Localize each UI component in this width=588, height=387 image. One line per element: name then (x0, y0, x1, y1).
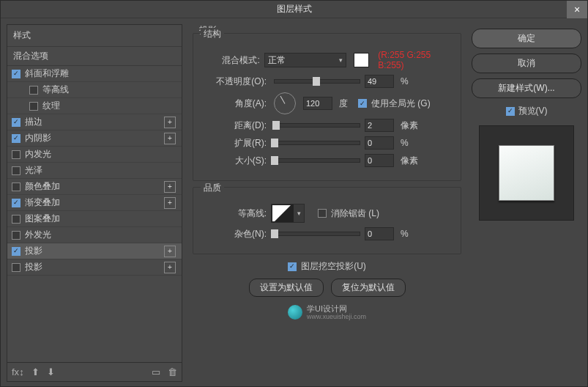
checkbox-icon[interactable] (12, 247, 21, 256)
quality-group: 品质 等高线: ▾ 消除锯齿 (L) 杂色(N): % (193, 187, 461, 254)
noise-unit: % (401, 229, 409, 239)
add-effect-icon[interactable]: + (164, 181, 176, 193)
checkbox-icon[interactable] (12, 118, 21, 127)
global-light-checkbox[interactable] (358, 99, 367, 108)
style-row-sheen[interactable]: 光泽 (7, 163, 182, 179)
style-row-outer-glow[interactable]: 外发光 (7, 227, 182, 243)
blend-mode-select[interactable]: 正常 ▾ (264, 53, 346, 67)
style-row-inner-glow[interactable]: 内发光 (7, 147, 182, 163)
style-row-inner-shadow[interactable]: 内阴影+ (7, 130, 182, 147)
contour-row: 等高线: ▾ 消除锯齿 (L) (204, 204, 450, 223)
spread-slider[interactable] (274, 141, 360, 145)
checkbox-icon[interactable] (12, 231, 21, 240)
size-input[interactable] (365, 154, 394, 167)
watermark-logo-icon (288, 305, 302, 320)
angle-input[interactable] (303, 97, 332, 110)
style-row-gradient-overlay[interactable]: 渐变叠加+ (7, 195, 182, 211)
style-row-drop-shadow[interactable]: 投影+ (7, 243, 182, 259)
checkbox-icon[interactable] (12, 199, 21, 207)
opacity-slider[interactable] (274, 79, 360, 84)
angle-label: 角度(A): (204, 97, 267, 110)
noise-input[interactable] (365, 227, 394, 240)
blend-mode-label: 混合模式: (204, 54, 260, 67)
style-row-color-overlay[interactable]: 颜色叠加+ (7, 179, 182, 195)
checkbox-icon[interactable] (12, 263, 21, 272)
distance-input[interactable] (365, 119, 394, 132)
preview-box (479, 125, 574, 221)
distance-row: 距离(D): 像素 (204, 119, 450, 132)
close-button[interactable]: × (567, 1, 587, 18)
noise-slider[interactable] (274, 232, 360, 236)
style-row-stroke[interactable]: 描边+ (7, 114, 182, 130)
checkbox-icon[interactable] (12, 150, 21, 159)
spread-label: 扩展(R): (204, 137, 267, 150)
window-title: 图层样式 (277, 3, 312, 15)
rgb-annotation: (R:255 G:255 B:255) (378, 50, 450, 70)
styles-panel: 样式 混合选项 斜面和浮雕 等高线 纹理 描边+ 内阴影+ 内发光 光泽 颜色叠… (7, 24, 182, 382)
layer-style-dialog: 图层样式 × 样式 混合选项 斜面和浮雕 等高线 纹理 描边+ 内阴影+ 内发光… (0, 0, 588, 387)
color-swatch[interactable] (354, 53, 370, 67)
checkbox-icon[interactable] (12, 183, 21, 191)
cancel-button[interactable]: 取消 (472, 54, 581, 73)
style-row-bevel[interactable]: 斜面和浮雕 (7, 66, 182, 82)
add-effect-icon[interactable]: + (164, 246, 176, 257)
distance-slider[interactable] (274, 123, 360, 128)
add-effect-icon[interactable]: + (164, 197, 176, 209)
dialog-body: 样式 混合选项 斜面和浮雕 等高线 纹理 描边+ 内阴影+ 内发光 光泽 颜色叠… (1, 18, 587, 387)
contour-swatch-icon (272, 204, 294, 222)
fx-menu-icon[interactable]: fx↕ (12, 366, 24, 377)
structure-label: 结构 (201, 28, 224, 40)
settings-panel: 投影 结构 混合模式: 正常 ▾ (R:255 G:255 B:255) 不透明… (188, 24, 466, 382)
angle-dial[interactable] (274, 92, 296, 114)
noise-row: 杂色(N): % (204, 227, 450, 240)
checkbox-icon[interactable] (29, 86, 38, 95)
contour-picker[interactable]: ▾ (271, 204, 305, 223)
noise-label: 杂色(N): (204, 228, 267, 240)
up-icon[interactable]: ⬆ (31, 366, 40, 377)
styles-header: 样式 (7, 25, 182, 47)
watermark: 学UI设计网 www.xueuisheji.com (190, 304, 464, 320)
size-label: 大小(S): (204, 155, 267, 167)
distance-unit: 像素 (401, 119, 418, 132)
checkbox-icon[interactable] (12, 134, 21, 143)
checkbox-icon[interactable] (12, 215, 21, 224)
checkbox-icon[interactable] (29, 102, 38, 111)
antialias-label: 消除锯齿 (L) (331, 207, 379, 220)
add-icon[interactable]: ▭ (152, 366, 160, 377)
ok-button[interactable]: 确定 (472, 29, 581, 48)
chevron-down-icon[interactable]: ▾ (294, 204, 304, 222)
preview-label: 预览(V) (518, 105, 548, 117)
quality-label: 品质 (201, 182, 224, 194)
antialias-checkbox[interactable] (318, 209, 327, 218)
style-row-texture[interactable]: 纹理 (7, 98, 182, 114)
trash-icon[interactable]: 🗑 (168, 366, 177, 377)
opacity-input[interactable] (365, 75, 394, 88)
add-effect-icon[interactable]: + (164, 117, 176, 128)
new-style-button[interactable]: 新建样式(W)... (472, 78, 581, 98)
add-effect-icon[interactable]: + (164, 262, 176, 273)
close-icon: × (574, 4, 580, 15)
size-slider[interactable] (274, 158, 360, 163)
add-effect-icon[interactable]: + (164, 133, 176, 144)
blend-options-row[interactable]: 混合选项 (7, 47, 182, 66)
style-row-drop-shadow-2[interactable]: 投影+ (7, 259, 182, 276)
down-icon[interactable]: ⬇ (47, 366, 55, 377)
preview-checkbox[interactable] (506, 107, 515, 116)
size-unit: 像素 (401, 155, 418, 167)
chevron-down-icon: ▾ (339, 56, 343, 64)
checkbox-icon[interactable] (12, 166, 21, 175)
opacity-label: 不透明度(O): (204, 75, 267, 88)
checkbox-icon[interactable] (12, 70, 21, 78)
structure-group: 结构 混合模式: 正常 ▾ (R:255 G:255 B:255) 不透明度(O… (193, 33, 461, 181)
blend-mode-row: 混合模式: 正常 ▾ (R:255 G:255 B:255) (204, 50, 450, 70)
default-buttons: 设置为默认值 复位为默认值 (190, 279, 464, 297)
reset-default-button[interactable]: 复位为默认值 (331, 279, 406, 297)
set-default-button[interactable]: 设置为默认值 (249, 279, 324, 297)
styles-footer: fx↕ ⬆ ⬇ ▭ 🗑 (7, 362, 182, 381)
style-row-contour[interactable]: 等高线 (7, 82, 182, 98)
style-list: 斜面和浮雕 等高线 纹理 描边+ 内阴影+ 内发光 光泽 颜色叠加+ 渐变叠加+… (7, 66, 182, 362)
action-panel: 确定 取消 新建样式(W)... 预览(V) (472, 24, 581, 382)
knockout-checkbox[interactable] (288, 262, 297, 271)
style-row-pattern-overlay[interactable]: 图案叠加 (7, 211, 182, 227)
spread-input[interactable] (365, 136, 394, 150)
